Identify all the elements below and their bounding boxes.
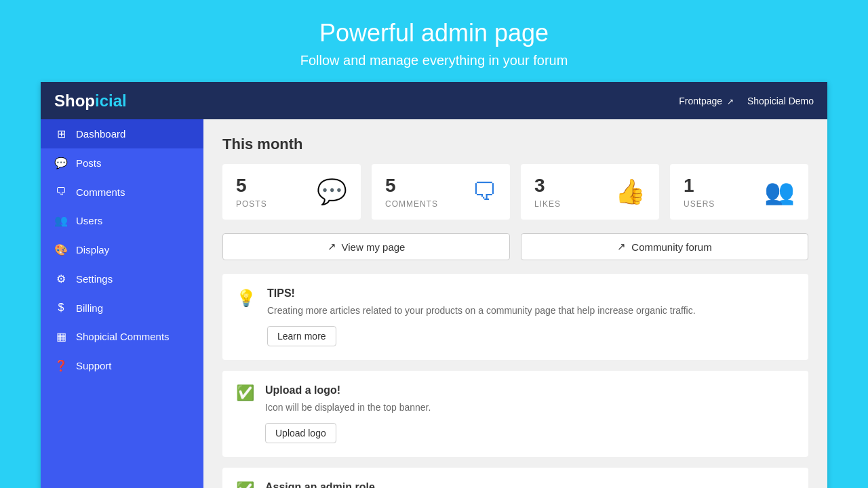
external-link-icon: ↗ bbox=[727, 97, 734, 106]
sidebar-label-shopicial-comments: Shopicial Comments bbox=[76, 331, 170, 342]
check-circle-icon: ✅ bbox=[236, 384, 254, 402]
stat-icon-comments: 🗨 bbox=[472, 178, 496, 206]
main-content: This month 5 POSTS 💬 5 COMMENTS 🗨 bbox=[203, 119, 827, 488]
stat-number-posts: 5 bbox=[236, 175, 267, 197]
sidebar-item-users[interactable]: 👥 Users bbox=[41, 206, 203, 235]
topbar-links: Frontpage ↗ Shopicial Demo bbox=[679, 96, 814, 106]
sidebar: ⊞ Dashboard 💬 Posts 🗨 Comments 👥 Users 🎨… bbox=[41, 119, 203, 488]
assign-admin-title: Assign an admin role bbox=[265, 481, 795, 488]
app-shell: Shopicial Frontpage ↗ Shopicial Demo ⊞ D… bbox=[41, 82, 827, 488]
shopicial-comments-icon: ▦ bbox=[54, 330, 68, 343]
users-icon: 👥 bbox=[54, 214, 68, 227]
hero-title: Powerful admin page bbox=[14, 19, 854, 47]
stat-label-likes: LIKES bbox=[534, 199, 561, 209]
stat-icon-posts: 💬 bbox=[317, 178, 347, 206]
sidebar-item-settings[interactable]: ⚙ Settings bbox=[41, 264, 203, 293]
upload-logo-button[interactable]: Upload logo bbox=[265, 423, 336, 443]
stat-label-users: USERS bbox=[684, 199, 715, 209]
community-forum-label: Community forum bbox=[631, 241, 711, 253]
comments-icon: 🗨 bbox=[54, 186, 68, 198]
stat-number-likes: 3 bbox=[534, 175, 561, 197]
sidebar-item-billing[interactable]: $ Billing bbox=[41, 293, 203, 322]
sidebar-label-dashboard: Dashboard bbox=[76, 128, 125, 140]
sidebar-item-shopicial-comments[interactable]: ▦ Shopicial Comments bbox=[41, 322, 203, 351]
lightbulb-icon: 💡 bbox=[236, 289, 256, 308]
main-layout: ⊞ Dashboard 💬 Posts 🗨 Comments 👥 Users 🎨… bbox=[41, 119, 827, 488]
section-title: This month bbox=[222, 136, 808, 153]
topbar: Shopicial Frontpage ↗ Shopicial Demo bbox=[41, 82, 827, 119]
sidebar-item-posts[interactable]: 💬 Posts bbox=[41, 148, 203, 178]
stat-card-comments: 5 COMMENTS 🗨 bbox=[372, 164, 510, 220]
posts-icon: 💬 bbox=[54, 157, 68, 169]
view-my-page-button[interactable]: ↗ View my page bbox=[222, 233, 510, 260]
view-page-icon: ↗ bbox=[328, 241, 336, 253]
support-icon: ❓ bbox=[54, 359, 68, 372]
stat-card-posts: 5 POSTS 💬 bbox=[222, 164, 361, 220]
frontpage-link[interactable]: Frontpage ↗ bbox=[679, 96, 734, 106]
assign-admin-card: ✅ Assign an admin role Add a shopicial-a… bbox=[222, 468, 808, 488]
stat-card-users: 1 USERS 👥 bbox=[670, 164, 808, 220]
tips-text: Creating more articles related to your p… bbox=[267, 304, 795, 318]
upload-logo-card: ✅ Upload a logo! Icon will be displayed … bbox=[222, 371, 808, 457]
sidebar-label-settings: Settings bbox=[76, 273, 113, 285]
sidebar-label-billing: Billing bbox=[76, 302, 103, 314]
tips-content: TIPS! Creating more articles related to … bbox=[267, 287, 795, 346]
sidebar-label-support: Support bbox=[76, 360, 112, 371]
stat-icon-users: 👥 bbox=[764, 178, 795, 206]
billing-icon: $ bbox=[54, 302, 68, 314]
sidebar-item-support[interactable]: ❓ Support bbox=[41, 351, 203, 380]
display-icon: 🎨 bbox=[54, 243, 68, 256]
upload-logo-content: Upload a logo! Icon will be displayed in… bbox=[265, 384, 795, 443]
sidebar-item-dashboard[interactable]: ⊞ Dashboard bbox=[41, 119, 203, 148]
hero-subtitle: Follow and manage everything in your for… bbox=[14, 53, 854, 68]
sidebar-item-display[interactable]: 🎨 Display bbox=[41, 235, 203, 264]
upload-logo-title: Upload a logo! bbox=[265, 384, 795, 396]
sidebar-label-display: Display bbox=[76, 244, 109, 256]
action-buttons: ↗ View my page ↗ Community forum bbox=[222, 233, 808, 260]
stat-card-likes: 3 LIKES 👍 bbox=[521, 164, 659, 220]
logo-text1: Shop bbox=[54, 92, 95, 110]
logo-text2: icial bbox=[95, 92, 127, 110]
stat-number-comments: 5 bbox=[385, 175, 438, 197]
upload-logo-text: Icon will be displayed in the top banner… bbox=[265, 401, 795, 415]
stat-number-users: 1 bbox=[684, 175, 715, 197]
demo-link[interactable]: Shopicial Demo bbox=[747, 96, 814, 106]
logo: Shopicial bbox=[54, 92, 127, 110]
dashboard-icon: ⊞ bbox=[54, 127, 68, 140]
sidebar-label-users: Users bbox=[76, 215, 102, 226]
community-forum-button[interactable]: ↗ Community forum bbox=[521, 233, 808, 260]
tips-title: TIPS! bbox=[267, 287, 795, 300]
view-page-label: View my page bbox=[342, 241, 406, 253]
sidebar-item-comments[interactable]: 🗨 Comments bbox=[41, 178, 203, 206]
tips-card: 💡 TIPS! Creating more articles related t… bbox=[222, 274, 808, 360]
stats-row: 5 POSTS 💬 5 COMMENTS 🗨 3 LIKES bbox=[222, 164, 808, 220]
stat-icon-likes: 👍 bbox=[615, 178, 646, 206]
stat-label-posts: POSTS bbox=[236, 199, 267, 209]
stat-label-comments: COMMENTS bbox=[385, 199, 438, 209]
check-circle-admin-icon: ✅ bbox=[236, 481, 254, 488]
assign-admin-content: Assign an admin role Add a shopicial-adm… bbox=[265, 481, 795, 488]
settings-icon: ⚙ bbox=[54, 272, 68, 285]
community-forum-icon: ↗ bbox=[617, 241, 626, 253]
sidebar-label-comments: Comments bbox=[76, 186, 125, 198]
sidebar-label-posts: Posts bbox=[76, 157, 102, 169]
hero-section: Powerful admin page Follow and manage ev… bbox=[0, 0, 868, 82]
learn-more-button[interactable]: Learn more bbox=[267, 326, 336, 346]
